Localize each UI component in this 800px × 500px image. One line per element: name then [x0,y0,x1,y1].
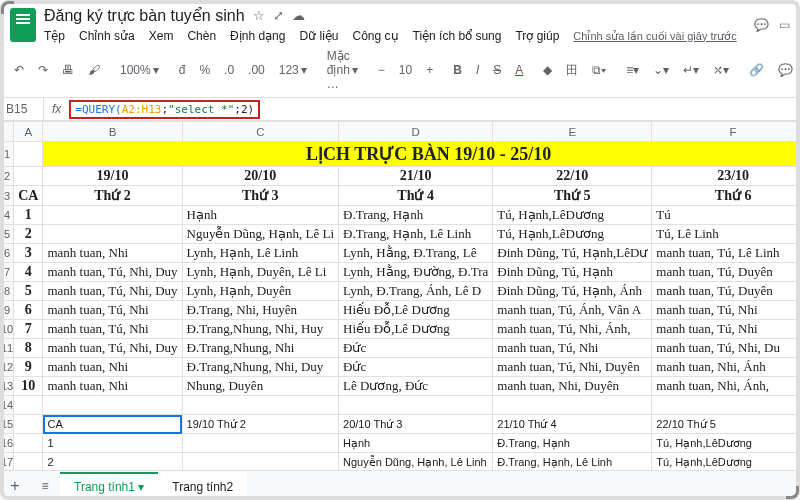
paint-format-button[interactable]: 🖌 [84,61,104,79]
col-header[interactable]: F [652,122,800,142]
menu-format[interactable]: Định dạng [230,29,285,43]
col-header[interactable]: C [182,122,338,142]
print-button[interactable]: 🖶 [58,61,78,79]
fx-icon: fx [44,102,69,116]
text-color[interactable]: A [511,61,527,79]
fill-color[interactable]: ◆ [539,61,556,79]
menu-insert[interactable]: Chèn [187,29,216,43]
col-header[interactable]: A [14,122,43,142]
percent-button[interactable]: % [195,61,214,79]
present-icon[interactable]: ▭ [779,18,790,32]
menu-help[interactable]: Trợ giúp [515,29,559,43]
currency-button[interactable]: đ [175,61,190,79]
wrap[interactable]: ↵▾ [679,61,703,79]
bold-button[interactable]: B [449,61,466,79]
cell: 22/10 Thứ 5 [652,415,800,434]
font-size-dec[interactable]: − [374,61,389,79]
menu-view[interactable]: Xem [149,29,174,43]
cell: 21/10 Thứ 4 [493,415,652,434]
rotate[interactable]: ⤭▾ [709,61,733,79]
borders[interactable]: 田 [562,60,582,81]
font-select[interactable]: Mặc định … ▾ [323,47,362,93]
more-formats[interactable]: 123▾ [275,61,311,79]
menu-bar: Tệp Chỉnh sửa Xem Chèn Định dạng Dữ liệu… [44,29,746,43]
font-size[interactable]: 10 [395,61,416,79]
spreadsheet-grid[interactable]: ABCDEF1LỊCH TRỰC BÀN 19/10 - 25/10219/10… [0,121,800,481]
name-box[interactable]: B15 [0,98,44,120]
comment-icon[interactable]: 💬 [754,18,769,32]
selected-cell: CA [43,415,182,434]
col-header[interactable]: B [43,122,182,142]
last-edit[interactable]: Chỉnh sửa lần cuối vài giây trước [573,30,736,43]
sheet-tab-1[interactable]: Trang tính1 ▾ [60,472,158,500]
menu-edit[interactable]: Chỉnh sửa [79,29,135,43]
toolbar: ↶ ↷ 🖶 🖌 100% ▾ đ % .0 .00 123▾ Mặc định … [0,43,800,98]
dec-decrease[interactable]: .0 [220,61,238,79]
menu-file[interactable]: Tệp [44,29,65,43]
font-size-inc[interactable]: + [422,61,437,79]
undo-button[interactable]: ↶ [10,61,28,79]
italic-button[interactable]: I [472,61,483,79]
sheet-tabs-bar: + ≡ Trang tính1 ▾ Trang tính2 [0,470,800,500]
dec-increase[interactable]: .00 [244,61,269,79]
col-header[interactable]: D [339,122,493,142]
menu-tools[interactable]: Công cụ [352,29,398,43]
formula-input[interactable]: =QUERY(A2:H13;"select *";2) [69,100,260,119]
move-icon[interactable]: ⤢ [273,8,284,23]
link[interactable]: 🔗 [745,61,768,79]
menu-data[interactable]: Dữ liệu [299,29,338,43]
cloud-icon[interactable]: ☁ [292,8,305,23]
cell: 19/10 Thứ 2 [182,415,338,434]
cell: 20/10 Thứ 3 [339,415,493,434]
title-banner: LỊCH TRỰC BÀN 19/10 - 25/10 [43,142,800,167]
all-sheets-button[interactable]: ≡ [30,479,60,493]
comment[interactable]: 💬 [774,61,797,79]
doc-title[interactable]: Đăng ký trực bàn tuyển sinh [44,6,245,25]
add-sheet-button[interactable]: + [0,477,30,495]
strike-button[interactable]: S [489,61,505,79]
sheet-tab-2[interactable]: Trang tính2 [158,472,247,500]
valign[interactable]: ⌄▾ [649,61,673,79]
sheets-logo [10,8,36,42]
halign[interactable]: ≡▾ [622,61,643,79]
merge[interactable]: ⧉▾ [588,61,610,79]
col-header[interactable]: E [493,122,652,142]
menu-addons[interactable]: Tiện ích bổ sung [413,29,502,43]
star-icon[interactable]: ☆ [253,8,265,23]
redo-button[interactable]: ↷ [34,61,52,79]
zoom-select[interactable]: 100% ▾ [116,61,163,79]
